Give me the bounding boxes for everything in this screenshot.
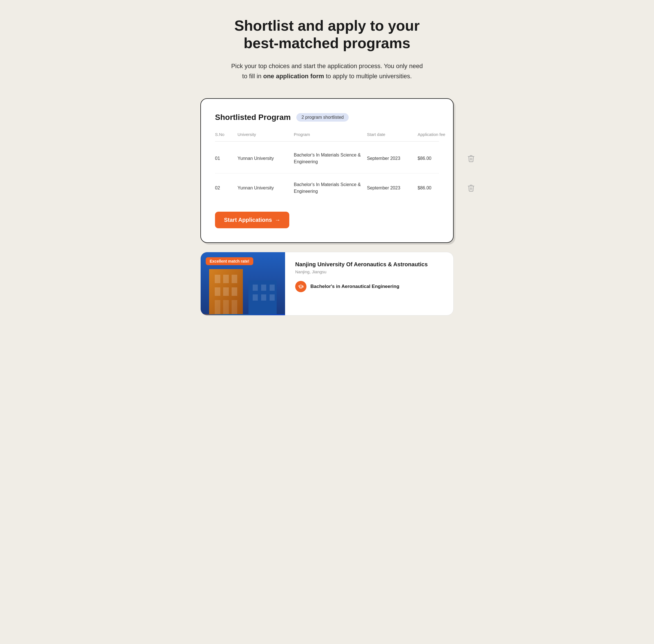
university-recommendation-card: Excellent match rate! Nanjing University… bbox=[201, 252, 453, 316]
start-applications-button[interactable]: Start Applications → bbox=[215, 212, 289, 228]
svg-rect-7 bbox=[232, 288, 237, 296]
svg-rect-5 bbox=[215, 288, 220, 296]
col-header-fee: Application fee bbox=[418, 132, 463, 137]
row2-delete-button[interactable] bbox=[463, 184, 480, 192]
program-row: Bachelor's in Aeronautical Engineering bbox=[295, 281, 443, 292]
svg-rect-2 bbox=[215, 275, 220, 283]
table-header-row: S.No University Program Start date Appli… bbox=[215, 132, 439, 142]
trash-icon bbox=[467, 155, 475, 162]
col-header-university: University bbox=[237, 132, 294, 137]
section-title: Shortlisted Program bbox=[215, 113, 291, 122]
program-name: Bachelor's in Aeronautical Engineering bbox=[310, 284, 399, 289]
hero-subtitle: Pick your top choices and start the appl… bbox=[229, 61, 425, 82]
hero-section: Shortlist and apply to your best-matched… bbox=[229, 17, 425, 81]
graduation-icon bbox=[298, 284, 304, 289]
shortlisted-badge: 2 program shortlisted bbox=[296, 113, 349, 121]
shortlisted-card: Shortlisted Program 2 program shortliste… bbox=[201, 98, 453, 243]
svg-rect-8 bbox=[215, 300, 220, 314]
row2-program: Bachelor's In Materials Science & Engine… bbox=[294, 181, 367, 195]
svg-rect-17 bbox=[270, 294, 275, 301]
programs-table: S.No University Program Start date Appli… bbox=[215, 132, 439, 203]
arrow-right-icon: → bbox=[275, 217, 280, 223]
row1-startdate: September 2023 bbox=[367, 156, 418, 161]
university-image: Excellent match rate! bbox=[201, 252, 285, 315]
svg-rect-4 bbox=[232, 275, 237, 283]
row2-startdate: September 2023 bbox=[367, 185, 418, 190]
trash-icon bbox=[467, 184, 475, 192]
row1-sno: 01 bbox=[215, 156, 237, 161]
university-name: Nanjing University Of Aeronautics & Astr… bbox=[295, 261, 443, 268]
match-badge: Excellent match rate! bbox=[206, 257, 253, 265]
row2-sno: 02 bbox=[215, 185, 237, 190]
row1-fee: $86.00 bbox=[418, 156, 463, 161]
row2-fee: $86.00 bbox=[418, 185, 463, 190]
hero-subtitle-end: to apply to multiple universities. bbox=[324, 73, 412, 80]
start-btn-label: Start Applications bbox=[224, 217, 272, 223]
col-header-actions bbox=[463, 132, 480, 137]
svg-rect-15 bbox=[253, 294, 258, 301]
svg-rect-9 bbox=[223, 300, 229, 314]
program-icon bbox=[295, 281, 306, 292]
svg-rect-16 bbox=[261, 294, 266, 301]
university-card-content: Nanjing University Of Aeronautics & Astr… bbox=[285, 252, 453, 315]
row2-university: Yunnan University bbox=[237, 185, 294, 190]
svg-rect-3 bbox=[223, 275, 229, 283]
table-row: 02 Yunnan University Bachelor's In Mater… bbox=[215, 174, 439, 203]
svg-rect-6 bbox=[223, 288, 229, 296]
card-header: Shortlisted Program 2 program shortliste… bbox=[215, 113, 439, 122]
hero-title: Shortlist and apply to your best-matched… bbox=[229, 17, 425, 52]
svg-rect-12 bbox=[253, 284, 258, 291]
svg-rect-13 bbox=[261, 284, 266, 291]
row1-delete-button[interactable] bbox=[463, 155, 480, 162]
hero-subtitle-bold: one application form bbox=[263, 73, 324, 80]
col-header-startdate: Start date bbox=[367, 132, 418, 137]
table-row: 01 Yunnan University Bachelor's In Mater… bbox=[215, 144, 439, 174]
row1-program: Bachelor's In Materials Science & Engine… bbox=[294, 152, 367, 165]
university-location: Nanjing, Jiangsu bbox=[295, 269, 443, 274]
row1-university: Yunnan University bbox=[237, 156, 294, 161]
col-header-program: Program bbox=[294, 132, 367, 137]
svg-rect-10 bbox=[232, 300, 237, 314]
col-header-sno: S.No bbox=[215, 132, 237, 137]
svg-rect-14 bbox=[270, 284, 275, 291]
